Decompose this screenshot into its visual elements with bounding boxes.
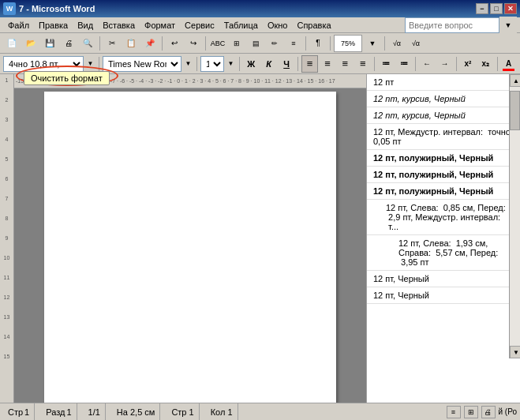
status-line: Стр 1: [166, 403, 199, 420]
separator4: [305, 36, 306, 51]
menu-view[interactable]: Вид: [73, 19, 98, 32]
open-button[interactable]: 📂: [22, 35, 39, 52]
window-title: 7 - Microsoft Word: [19, 4, 95, 13]
sep-fmt8: [497, 57, 498, 71]
status-btn2[interactable]: ⊞: [464, 406, 478, 418]
status-pos: На 2,5 см: [112, 403, 161, 420]
style-select[interactable]: 4чно 10,8 пт,...: [3, 56, 84, 72]
separator3: [205, 36, 206, 51]
align-left-button[interactable]: ≡: [301, 55, 317, 73]
menu-tools[interactable]: Сервис: [180, 19, 219, 32]
increase-indent-button[interactable]: →: [436, 55, 452, 73]
title-bar: W 7 - Microsoft Word − □ ✕: [0, 0, 520, 17]
separator5: [330, 36, 331, 51]
search-go-button[interactable]: ▼: [499, 17, 517, 34]
document-page[interactable]: [44, 92, 336, 403]
status-page: Стр 1: [3, 403, 35, 420]
zoom-input-area[interactable]: 75%: [334, 35, 362, 52]
style-item[interactable]: 12 пт, курсив, Черный: [367, 91, 520, 107]
style-item[interactable]: 12 пт: [367, 74, 520, 91]
paste-button[interactable]: 📌: [141, 35, 159, 52]
para-marks-button[interactable]: ¶: [309, 35, 327, 52]
numbering-button[interactable]: ≔: [378, 55, 394, 73]
preview-button[interactable]: 🔍: [79, 35, 96, 52]
math-button[interactable]: √α: [388, 35, 406, 52]
menu-window[interactable]: Окно: [263, 19, 293, 32]
print-button[interactable]: 🖨: [60, 35, 77, 52]
math2-button[interactable]: √α: [407, 35, 425, 52]
sep-fmt4: [297, 57, 298, 71]
status-btn1[interactable]: ≡: [447, 406, 461, 418]
menu-edit[interactable]: Правка: [34, 19, 73, 32]
panel-scrollbar: ▲ ▼: [509, 74, 520, 358]
style-item[interactable]: 12 пт, полужирный, Черный: [367, 183, 520, 200]
columns-button[interactable]: ▤: [247, 35, 264, 52]
menu-file[interactable]: Файл: [3, 19, 34, 32]
document-area[interactable]: -15 · -14 · -13 · -12 · -11 · -10 · -9 ·…: [14, 74, 366, 403]
menu-format[interactable]: Формат: [140, 19, 180, 32]
undo-button[interactable]: ↩: [166, 35, 183, 52]
styles-panel: 12 пт 12 пт, курсив, Черный 12 пт, курси…: [366, 74, 520, 403]
title-controls: − □ ✕: [476, 3, 517, 14]
minimize-button[interactable]: −: [476, 3, 488, 14]
sep-fmt6: [415, 57, 416, 71]
app-icon: W: [3, 2, 16, 15]
separator6: [384, 36, 385, 51]
menu-insert[interactable]: Вставка: [98, 19, 140, 32]
justify-button[interactable]: ≡: [355, 55, 371, 73]
separator2: [162, 36, 163, 51]
scroll-up-button[interactable]: ▲: [510, 74, 520, 87]
scrollbar-thumb[interactable]: [510, 91, 520, 130]
decrease-indent-button[interactable]: ←: [419, 55, 435, 73]
underline-button[interactable]: Ч: [279, 55, 294, 73]
status-btn3[interactable]: 🖨: [481, 406, 496, 418]
menu-help[interactable]: Справка: [292, 19, 335, 32]
status-col: Кол 1: [206, 403, 238, 420]
format-toolbar: 4чно 10,8 пт,... ▼ Times New Roman ▼ 12 …: [0, 54, 520, 74]
align-center-button[interactable]: ≡: [320, 55, 335, 73]
new-button[interactable]: 📄: [3, 35, 21, 52]
bullets-button[interactable]: ≔: [395, 55, 411, 73]
style-item[interactable]: 12 пт, Черный: [367, 287, 520, 304]
status-right: ≡ ⊞ 🖨 й (Ро: [447, 406, 518, 418]
style-item[interactable]: 12 пт, Междустр. интервал: точно 0,05 пт: [367, 124, 520, 150]
font-select[interactable]: Times New Roman: [103, 56, 181, 72]
font-dropdown[interactable]: ▼: [183, 55, 193, 73]
style-item[interactable]: 12 пт, полужирный, Черный: [367, 167, 520, 183]
zoom-dropdown[interactable]: ▼: [364, 35, 381, 52]
cut-button[interactable]: ✂: [103, 35, 121, 52]
menu-table[interactable]: Таблица: [219, 19, 263, 32]
scrollbar-track: [510, 87, 520, 346]
style-dropdown[interactable]: ▼: [85, 55, 95, 73]
size-dropdown[interactable]: ▼: [226, 55, 236, 73]
status-section: Разд 1: [41, 403, 77, 420]
restore-button[interactable]: □: [490, 3, 503, 14]
style-item[interactable]: 12 пт, полужирный, Черный: [367, 150, 520, 167]
spell-button[interactable]: ABC: [209, 35, 226, 52]
separator1: [99, 36, 100, 51]
scroll-down-button[interactable]: ▼: [510, 346, 520, 358]
style-item[interactable]: 12 пт, Слева: 0,85 см, Перед: 2,9 пт, Ме…: [367, 200, 520, 235]
drawing-button[interactable]: ✏: [266, 35, 283, 52]
sep-fmt1: [99, 57, 99, 71]
document-map-button[interactable]: ≡: [285, 35, 302, 52]
table-button[interactable]: ⊞: [228, 35, 245, 52]
italic-button[interactable]: К: [260, 55, 276, 73]
align-right-button[interactable]: ≡: [337, 55, 353, 73]
sep-fmt2: [196, 57, 197, 71]
style-item[interactable]: 12 пт, Черный: [367, 271, 520, 287]
size-select[interactable]: 12: [200, 56, 224, 72]
close-button[interactable]: ✕: [504, 3, 517, 14]
main-area: 1 2 3 4 5 6 7 8 9 10 11 12 13 14 15 -15 …: [0, 74, 520, 403]
style-item[interactable]: 12 пт, курсив, Черный: [367, 107, 520, 124]
save-button[interactable]: 💾: [41, 35, 58, 52]
superscript-button[interactable]: x²: [460, 55, 476, 73]
copy-button[interactable]: 📋: [122, 35, 140, 52]
font-color-button[interactable]: A: [500, 55, 516, 73]
help-search-input[interactable]: [405, 17, 499, 33]
style-item[interactable]: 12 пт, Слева: 1,93 см, Справа: 5,57 см, …: [367, 235, 520, 271]
bold-button[interactable]: Ж: [243, 55, 259, 73]
subscript-button[interactable]: x₂: [477, 55, 493, 73]
redo-button[interactable]: ↪: [185, 35, 202, 52]
menu-bar: Файл Правка Вид Вставка Формат Сервис Та…: [0, 17, 520, 33]
